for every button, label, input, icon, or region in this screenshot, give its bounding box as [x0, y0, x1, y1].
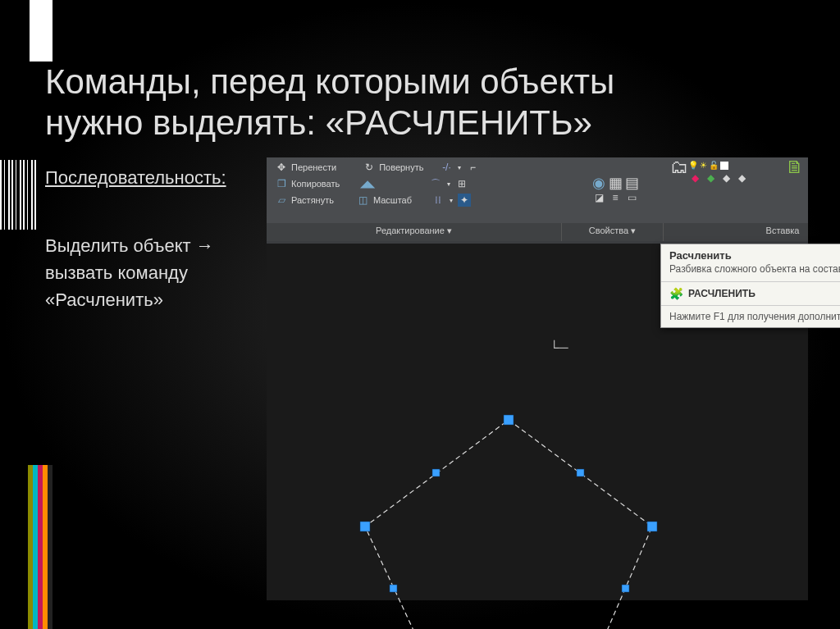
props-icon-4[interactable]: ◪ — [592, 191, 605, 204]
cursor-indicator: └─ — [550, 340, 587, 362]
dropdown-icon[interactable]: ▾ — [458, 164, 461, 171]
props-icon-2[interactable]: ▦ — [609, 176, 622, 189]
bulb-icon[interactable]: 💡 — [688, 161, 698, 170]
array-icon[interactable]: ⁞⁞ — [431, 194, 445, 207]
rotate-icon: ↻ — [363, 161, 376, 174]
insert-icon[interactable]: 🗎 — [788, 161, 801, 174]
copy-button[interactable]: ❐ Копировать — [275, 177, 340, 190]
layer-tool-3[interactable]: ◆ — [719, 171, 733, 185]
svg-rect-7 — [622, 585, 629, 592]
move-icon: ✥ — [275, 161, 288, 174]
svg-marker-0 — [365, 420, 652, 629]
ribbon: ✥ Перенести ↻ Повернуть -/· ▾ ⌐ ❐ Копиро… — [267, 157, 808, 241]
tooltip-title: Расчленить — [661, 244, 840, 263]
explode-cmd-icon: 🧩 — [669, 287, 683, 300]
tooltip-help: Нажмите F1 для получения дополнительной … — [661, 305, 840, 327]
svg-rect-6 — [577, 469, 584, 476]
decor-white-stripe — [30, 0, 52, 62]
fillet-icon[interactable]: ⌒ — [429, 177, 442, 190]
layers-big-icon[interactable]: 🗂 — [673, 161, 686, 174]
props-panel-label[interactable]: Свойства ▾ — [562, 223, 664, 241]
scale-icon: ◫ — [357, 194, 370, 207]
svg-rect-9 — [390, 585, 397, 592]
ribbon-panel-labels: Редактирование ▾ Свойства ▾ Вставка — [267, 223, 808, 241]
svg-rect-10 — [432, 469, 440, 476]
svg-rect-1 — [504, 415, 514, 425]
mirror-icon: ◢◣ — [361, 177, 374, 190]
mirror-button[interactable]: ◢◣ — [361, 177, 374, 190]
tool-icon-1[interactable]: ⌐ — [466, 161, 479, 174]
props-icon-6[interactable]: ▭ — [625, 191, 638, 204]
trim-icon[interactable]: -/· — [440, 161, 453, 174]
layer-tool-2[interactable]: ◆ — [704, 171, 717, 185]
lock-icon[interactable]: 🔓 — [709, 161, 719, 170]
tooltip-command: РАСЧЛЕНИТЬ — [688, 288, 756, 299]
rotate-button[interactable]: ↻ Повернуть — [363, 161, 423, 174]
tool-icon-2[interactable]: ⊞ — [455, 177, 468, 190]
step-2: вызвать команду — [45, 259, 226, 286]
dropdown-icon[interactable]: ▾ — [450, 197, 453, 204]
tooltip-description: Разбивка сложного объекта на составляющи… — [661, 263, 840, 281]
props-icon-5[interactable]: ≡ — [609, 191, 622, 204]
layer-tool-4[interactable]: ◆ — [735, 171, 748, 185]
dropdown-icon[interactable]: ▾ — [447, 180, 450, 188]
selected-polygon[interactable] — [332, 399, 677, 629]
move-button[interactable]: ✥ Перенести — [275, 161, 336, 174]
props-icon-1[interactable]: ◉ — [592, 176, 605, 189]
step-1: Выделить объект → — [45, 232, 226, 259]
copy-label: Копировать — [291, 179, 340, 189]
sequence-label: Последовательность: — [45, 164, 226, 191]
move-label: Перенести — [291, 162, 336, 172]
svg-rect-5 — [360, 522, 370, 531]
step-3: «Расчленить» — [45, 286, 226, 313]
slide-title: Команды, перед которыми объекты нужно вы… — [45, 62, 614, 144]
stretch-button[interactable]: ▱ Растянуть — [275, 194, 334, 207]
stretch-label: Растянуть — [291, 195, 334, 205]
scale-button[interactable]: ◫ Масштаб — [357, 194, 412, 207]
title-line-1: Команды, перед которыми объекты — [45, 62, 614, 101]
ribbon-modify-panel: ✥ Перенести ↻ Повернуть -/· ▾ ⌐ ❐ Копиро… — [267, 157, 562, 223]
stretch-icon: ▱ — [275, 194, 288, 207]
scale-label: Масштаб — [373, 195, 412, 205]
ribbon-layers-panel: 🗂 💡 ☀ 🔓 ◆ ◆ ◆ ◆ 🗎 — [669, 157, 805, 223]
sun-icon[interactable]: ☀ — [700, 161, 707, 170]
ribbon-props-panel: ◉ ▦ ▤ ◪ ≡ ▭ — [566, 157, 664, 223]
edit-panel-label[interactable]: Редактирование ▾ — [267, 223, 562, 241]
explode-icon[interactable]: ✦ — [458, 194, 471, 207]
svg-rect-2 — [647, 522, 657, 531]
props-icon-3[interactable]: ▤ — [625, 176, 638, 189]
copy-icon: ❐ — [275, 177, 288, 190]
decor-color-bars — [28, 465, 52, 629]
command-tooltip: Расчленить Разбивка сложного объекта на … — [660, 244, 840, 328]
layer-color-swatch[interactable] — [720, 162, 728, 170]
insert-panel-label[interactable]: Вставка — [757, 223, 808, 241]
cad-screenshot: ✥ Перенести ↻ Повернуть -/· ▾ ⌐ ❐ Копиро… — [267, 157, 808, 600]
title-line-2: нужно выделять: «РАСЧЛЕНИТЬ» — [45, 103, 592, 142]
decor-barcode — [0, 160, 37, 230]
tooltip-command-row: 🧩 РАСЧЛЕНИТЬ — [661, 281, 840, 305]
layer-tool-1[interactable]: ◆ — [688, 171, 701, 185]
slide-body: Последовательность: Выделить объект → вы… — [45, 164, 226, 313]
rotate-label: Повернуть — [379, 162, 423, 172]
